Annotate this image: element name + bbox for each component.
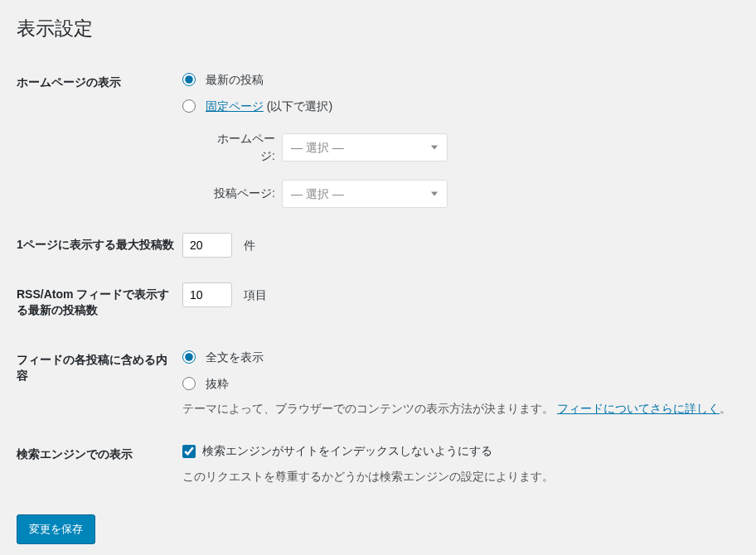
radio-latest-posts-label: 最新の投稿 — [206, 73, 264, 86]
radio-latest-posts[interactable] — [182, 73, 196, 86]
feed-content-excerpt[interactable]: 抜粋 — [182, 374, 731, 393]
homepage-display-label: ホームページの表示 — [17, 58, 182, 220]
posts-per-page-label: 1ページに表示する最大投稿数 — [17, 220, 182, 270]
radio-static-page-label: 固定ページ (以下で選択) — [206, 99, 332, 113]
feed-items-unit: 項目 — [244, 288, 267, 302]
homepage-option-static[interactable]: 固定ページ (以下で選択) — [182, 97, 731, 115]
homepage-select[interactable]: — 選択 — — [282, 133, 448, 162]
save-button[interactable]: 変更を保存 — [17, 514, 95, 544]
feed-desc-suffix: 。 — [720, 402, 731, 415]
page-title: 表示設定 — [17, 8, 739, 58]
radio-static-page[interactable] — [182, 99, 196, 113]
feed-desc-prefix: テーマによって、ブラウザーでのコンテンツの表示方法が決まります。 — [182, 402, 557, 415]
static-page-suffix: (以下で選択) — [264, 99, 332, 113]
posts-page-select[interactable]: — 選択 — — [282, 180, 448, 208]
feed-content-description: テーマによって、ブラウザーでのコンテンツの表示方法が決まります。 フィードについ… — [182, 400, 731, 417]
search-engine-description: このリクエストを尊重するかどうかは検索エンジンの設定によります。 — [182, 468, 731, 485]
search-engine-checkbox[interactable] — [182, 445, 196, 458]
feed-items-label: RSS/Atom フィードで表示する最新の投稿数 — [17, 270, 182, 335]
homepage-select-label: ホームページ: — [203, 130, 282, 165]
posts-page-select-label: 投稿ページ: — [203, 185, 282, 202]
feed-learn-more-link[interactable]: フィードについてさらに詳しく — [557, 402, 720, 415]
radio-excerpt-label: 抜粋 — [206, 376, 229, 389]
posts-per-page-input[interactable] — [182, 233, 232, 258]
radio-full-text[interactable] — [182, 350, 196, 364]
search-engine-checkbox-row[interactable]: 検索エンジンがサイトをインデックスしないようにする — [182, 442, 731, 460]
search-engine-label: 検索エンジンでの表示 — [17, 430, 182, 498]
radio-full-text-label: 全文を表示 — [206, 350, 264, 364]
homepage-option-latest[interactable]: 最新の投稿 — [182, 70, 731, 89]
radio-excerpt[interactable] — [182, 377, 196, 390]
search-engine-checkbox-label: 検索エンジンがサイトをインデックスしないようにする — [202, 442, 492, 460]
feed-items-input[interactable] — [182, 282, 232, 307]
posts-per-page-unit: 件 — [244, 239, 255, 252]
feed-content-full[interactable]: 全文を表示 — [182, 348, 731, 366]
static-page-link[interactable]: 固定ページ — [206, 99, 264, 113]
feed-content-label: フィードの各投稿に含める内容 — [17, 335, 182, 431]
